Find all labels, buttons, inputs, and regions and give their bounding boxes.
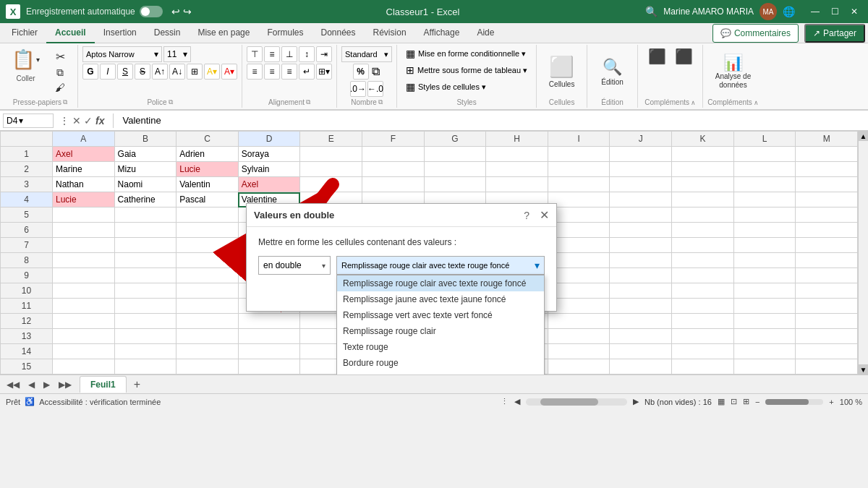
font-name-box[interactable]: Aptos Narrow▾ bbox=[82, 46, 162, 62]
wrap-text-button[interactable]: ↵ bbox=[299, 64, 315, 80]
dialog-overlay: Valeurs en double ? ✕ Mettre en forme le… bbox=[0, 131, 868, 374]
sheet-nav-right-1[interactable]: ▶▶ bbox=[55, 378, 75, 391]
format-option-4[interactable]: Remplissage rouge clair bbox=[337, 323, 544, 339]
formula-more-icon[interactable]: ⋮ bbox=[59, 115, 69, 127]
strikethrough-button[interactable]: S bbox=[135, 64, 150, 80]
complement-btn-1[interactable]: ⬛ bbox=[645, 46, 669, 67]
maximize-button[interactable]: ☐ bbox=[827, 5, 843, 18]
format-option-2[interactable]: Remplissage jaune avec texte jaune foncé bbox=[337, 291, 544, 307]
complement-btn-2[interactable]: ⬛ bbox=[672, 46, 696, 67]
condition-dropdown[interactable]: en double ▾ bbox=[258, 256, 331, 275]
view-page-btn[interactable]: ⊞ bbox=[743, 397, 749, 406]
edition-icon[interactable]: 🔍 bbox=[603, 58, 622, 77]
text-direction-button[interactable]: ↕ bbox=[299, 46, 315, 62]
share-button[interactable]: ↗ Partager bbox=[804, 24, 865, 43]
align-bottom-button[interactable]: ⊥ bbox=[281, 46, 297, 62]
cell-ref-box[interactable]: D4 ▾ bbox=[3, 114, 54, 128]
nombre-expand[interactable]: ⧉ bbox=[378, 98, 383, 106]
copier-button[interactable]: ⧉ bbox=[47, 66, 73, 80]
mettre-sous-forme-tableau-button[interactable]: ⊞ Mettre sous forme de tableau ▾ bbox=[401, 63, 532, 77]
tab-affichage[interactable]: Affichage bbox=[415, 23, 469, 43]
bold-button[interactable]: G bbox=[82, 64, 98, 80]
reproduire-button[interactable]: 🖌 bbox=[47, 81, 73, 94]
view-layout-btn[interactable]: ⊡ bbox=[731, 397, 737, 406]
coller-button[interactable]: 📋 ▾ bbox=[7, 46, 44, 73]
tab-revision[interactable]: Révision bbox=[365, 23, 415, 43]
comments-button[interactable]: 💬 Commentaires bbox=[712, 24, 799, 43]
redo-button[interactable]: ↪ bbox=[183, 6, 192, 17]
font-size-box[interactable]: 11▾ bbox=[163, 46, 191, 62]
view-normal-btn[interactable]: ▦ bbox=[718, 397, 725, 406]
sheet-add-button[interactable]: + bbox=[128, 375, 146, 394]
styles-cellules-button[interactable]: ▦ Styles de cellules ▾ bbox=[401, 80, 490, 94]
horizontal-scrollbar[interactable] bbox=[526, 398, 627, 406]
statusbar-dots[interactable]: ⋮ bbox=[501, 397, 509, 406]
underline-button[interactable]: S bbox=[117, 64, 133, 80]
globe-icon[interactable]: 🌐 bbox=[783, 6, 795, 17]
format-dropdown-box[interactable]: Remplissage rouge clair avec texte rouge… bbox=[336, 256, 545, 275]
tab-dessin[interactable]: Dessin bbox=[145, 23, 190, 43]
tab-aide[interactable]: Aide bbox=[468, 23, 503, 43]
number-format-box[interactable]: Standard▾ bbox=[341, 46, 392, 62]
search-icon[interactable]: 🔍 bbox=[645, 6, 658, 17]
complements-collapse[interactable]: ∧ bbox=[691, 99, 696, 106]
fx-icon[interactable]: fx bbox=[95, 115, 104, 127]
align-right-button[interactable]: ≡ bbox=[281, 64, 297, 80]
zoom-out-btn[interactable]: − bbox=[755, 398, 760, 406]
align-left-button[interactable]: ≡ bbox=[247, 64, 263, 80]
police-expand[interactable]: ⧉ bbox=[169, 98, 173, 106]
sheet-tab-feuil1[interactable]: Feuil1 bbox=[80, 376, 127, 393]
sheet-nav-right[interactable]: ▶ bbox=[40, 378, 54, 391]
dialog-help-button[interactable]: ? bbox=[524, 210, 529, 221]
sheet-nav-left-1[interactable]: ◀◀ bbox=[3, 378, 23, 391]
format-option-3[interactable]: Remplissage vert avec texte vert foncé bbox=[337, 307, 544, 323]
align-center-button[interactable]: ≡ bbox=[264, 64, 280, 80]
tab-formules[interactable]: Formules bbox=[258, 23, 312, 43]
analyse-btn[interactable]: 📊 Analyse dedonnées bbox=[711, 51, 755, 92]
alignement-expand[interactable]: ⧉ bbox=[306, 98, 310, 106]
fill-color-button[interactable]: A▾ bbox=[204, 64, 220, 80]
decrease-decimal[interactable]: ←.0 bbox=[367, 81, 383, 97]
cell-ref-dropdown[interactable]: ▾ bbox=[19, 116, 23, 126]
increase-decimal[interactable]: .0→ bbox=[350, 81, 366, 97]
tab-fichier[interactable]: Fichier bbox=[3, 23, 46, 43]
couper-button[interactable]: ✂ bbox=[47, 49, 73, 64]
close-button[interactable]: ✕ bbox=[846, 5, 862, 18]
format-option-7[interactable]: Format personnalisé... bbox=[337, 371, 544, 374]
scroll-right-btn[interactable]: ▶ bbox=[633, 397, 639, 406]
undo-button[interactable]: ↩ bbox=[171, 6, 180, 17]
format-option-6[interactable]: Bordure rouge bbox=[337, 355, 544, 371]
align-top-button[interactable]: ⊤ bbox=[247, 46, 263, 62]
tab-donnees[interactable]: Données bbox=[312, 23, 364, 43]
font-color-button[interactable]: A▾ bbox=[221, 64, 237, 80]
scroll-left-btn[interactable]: ◀ bbox=[514, 397, 520, 406]
formula-confirm-icon[interactable]: ✓ bbox=[84, 115, 93, 127]
minimize-button[interactable]: — bbox=[807, 5, 824, 18]
italic-button[interactable]: I bbox=[100, 64, 116, 80]
border-button[interactable]: ⊞ bbox=[187, 64, 203, 80]
number-format-expand[interactable]: ⧉ bbox=[370, 64, 381, 80]
indent-button[interactable]: ⇥ bbox=[316, 46, 332, 62]
merge-button[interactable]: ⊞▾ bbox=[316, 64, 332, 80]
font-increase-button[interactable]: A↑ bbox=[152, 64, 168, 80]
formula-input[interactable]: Valentine bbox=[119, 114, 865, 127]
format-option-1[interactable]: Remplissage rouge clair avec texte rouge… bbox=[337, 275, 544, 291]
tab-mise-en-page[interactable]: Mise en page bbox=[189, 23, 258, 43]
autosave-toggle[interactable] bbox=[140, 6, 163, 17]
font-decrease-button[interactable]: A↓ bbox=[169, 64, 185, 80]
align-middle-button[interactable]: ≡ bbox=[264, 46, 280, 62]
mise-en-forme-conditionnelle-button[interactable]: ▦ Mise en forme conditionnelle ▾ bbox=[401, 46, 530, 61]
formula-cancel-icon[interactable]: ✕ bbox=[72, 115, 81, 127]
tab-accueil[interactable]: Accueil bbox=[46, 23, 95, 43]
dialog-close-button[interactable]: ✕ bbox=[540, 208, 549, 222]
presse-papiers-expand[interactable]: ⧉ bbox=[63, 98, 67, 106]
tab-insertion[interactable]: Insertion bbox=[95, 23, 145, 43]
analyse-collapse[interactable]: ∧ bbox=[754, 99, 759, 106]
format-option-5[interactable]: Texte rouge bbox=[337, 339, 544, 355]
zoom-in-btn[interactable]: + bbox=[829, 398, 833, 406]
percent-button[interactable]: % bbox=[353, 64, 369, 80]
cellules-icon[interactable]: ⬜ bbox=[549, 55, 574, 79]
sheet-nav-left[interactable]: ◀ bbox=[25, 378, 38, 391]
cellules-label: Cellules bbox=[549, 80, 575, 88]
zoom-slider[interactable] bbox=[765, 399, 823, 405]
